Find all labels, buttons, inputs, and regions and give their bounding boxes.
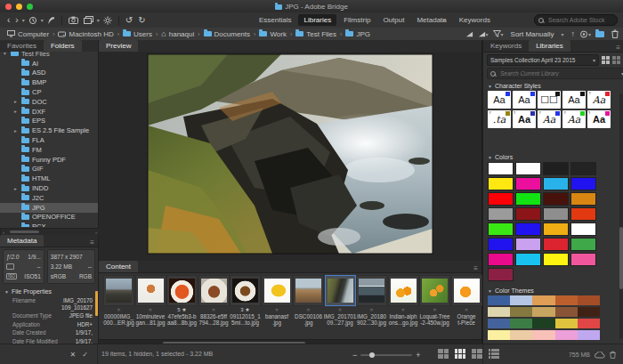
- thumbnail-image-box[interactable]: [230, 275, 261, 306]
- tree-item-es-2-5-file-sample[interactable]: ▸ES 2.5 File Sample: [0, 125, 98, 135]
- thumbnail-rating[interactable]: ★: [148, 306, 152, 313]
- character-style-swatch[interactable]: ¶.ta: [488, 110, 511, 128]
- tree-item-bmp[interactable]: BMP: [0, 77, 98, 87]
- color-swatch[interactable]: [515, 238, 541, 251]
- libraries-menu-icon[interactable]: ≡: [612, 44, 623, 52]
- thumbnail-image-box[interactable]: [293, 275, 324, 306]
- thumbnail-quality-icon[interactable]: [465, 31, 472, 36]
- thumbnail-image-box[interactable]: [135, 275, 166, 306]
- color-swatch[interactable]: [570, 222, 596, 236]
- character-style-swatch[interactable]: ☐☐: [538, 91, 561, 109]
- sort-dropdown[interactable]: Sort Manually▾: [508, 29, 567, 39]
- file-property-value[interactable]: IMG_20170 109_101627: [53, 297, 93, 311]
- disclosure-icon[interactable]: ▸: [14, 99, 20, 104]
- character-style-swatch[interactable]: ¶Aa: [587, 91, 611, 109]
- thumbnail-rating[interactable]: ★: [274, 306, 279, 313]
- color-theme-swatch[interactable]: [488, 330, 600, 340]
- photo-stack-icon[interactable]: [81, 16, 96, 24]
- tree-item-j2c[interactable]: J2C: [0, 193, 98, 203]
- grid-lock-view-icon[interactable]: [438, 349, 449, 359]
- tree-item-funny-pdf[interactable]: Funny PDF: [0, 155, 98, 165]
- thumbnail-rating[interactable]: 5 ★: [177, 306, 186, 313]
- breadcrumb-item-documents[interactable]: Documents›: [204, 30, 256, 38]
- delete-library-icon[interactable]: [610, 351, 616, 359]
- thumbnail-image-box[interactable]: [451, 275, 482, 306]
- tree-item-jpg[interactable]: JPG: [0, 203, 98, 213]
- file-properties-header[interactable]: ▼File Properties: [0, 287, 98, 296]
- color-swatch[interactable]: [488, 192, 514, 206]
- tab-keywords[interactable]: Keywords: [483, 40, 529, 52]
- disclosure-icon[interactable]: ▸: [14, 186, 20, 191]
- character-style-swatch[interactable]: Aa: [513, 91, 536, 109]
- tree-item-openoffice[interactable]: OPENOFFICE: [0, 213, 98, 222]
- tree-item-indd[interactable]: ▸INDD: [0, 183, 98, 193]
- preview-quality-icon[interactable]: [478, 31, 484, 36]
- color-swatch[interactable]: [515, 162, 541, 175]
- grid-view-icon[interactable]: [602, 56, 610, 64]
- color-swatch[interactable]: [515, 192, 541, 206]
- breadcrumb-item-hanaqui[interactable]: ⌂hanaqui›: [161, 30, 199, 38]
- workspace-chevron-icon[interactable]: ▾: [441, 17, 446, 23]
- thumbnail-rating[interactable]: ★: [464, 306, 468, 313]
- tree-item-ai[interactable]: AI: [0, 59, 98, 69]
- thumbnail-item[interactable]: ★Loquat-Tree-2-450w.jpg: [420, 272, 449, 336]
- thumbnail-item[interactable]: ★DSC00106.jpg: [294, 272, 323, 336]
- colors-header[interactable]: ▼Colors: [483, 152, 623, 162]
- tab-content[interactable]: Content: [99, 261, 138, 272]
- color-swatch[interactable]: [515, 207, 541, 221]
- workspace-tab-essentials[interactable]: Essentials: [254, 14, 296, 26]
- workspace-tab-libraries[interactable]: Libraries: [298, 14, 336, 26]
- library-collection-dropdown[interactable]: Samples Collection April 23 2015▾: [487, 54, 599, 66]
- stock-search-input[interactable]: [546, 16, 612, 24]
- tab-preview[interactable]: Preview: [99, 40, 138, 52]
- color-swatch[interactable]: [488, 222, 514, 236]
- rotate-left-icon[interactable]: ↺: [123, 16, 135, 25]
- thumbnail-item[interactable]: ★10minutevegan...81.jpg: [136, 272, 166, 336]
- thumbnail-rating[interactable]: ★: [306, 306, 311, 313]
- thumbnail-rating[interactable]: ★: [400, 306, 405, 313]
- zoom-in-icon[interactable]: +: [416, 351, 420, 360]
- disclosure-icon[interactable]: ▸: [14, 109, 20, 114]
- slider-knob[interactable]: [369, 352, 375, 358]
- thumbnail-view-icon[interactable]: [455, 349, 465, 359]
- filter-button[interactable]: ▾: [493, 30, 504, 37]
- breadcrumb-item-macintosh-hd[interactable]: Macintosh HD›: [58, 30, 119, 38]
- library-search[interactable]: ▾: [487, 68, 623, 79]
- workspace-tab-filmstrip[interactable]: Filmstrip: [338, 14, 376, 26]
- quality-chevron-icon[interactable]: ▾: [486, 31, 489, 37]
- color-swatch[interactable]: [570, 162, 596, 175]
- thumbnail-item[interactable]: ★Oranget-Piece: [452, 272, 481, 336]
- content-menu-icon[interactable]: ≡: [470, 264, 481, 272]
- color-swatch[interactable]: [570, 177, 596, 190]
- tree-item-parent[interactable]: ▾Test Files: [0, 52, 98, 59]
- character-style-swatch[interactable]: ¶Aa: [538, 110, 561, 128]
- color-swatch[interactable]: [488, 268, 514, 281]
- thumbnail-item[interactable]: 3 ★09112015_15mi...to.jpg: [231, 272, 260, 336]
- library-search-input[interactable]: [498, 69, 607, 77]
- color-swatch[interactable]: [570, 192, 596, 206]
- thumbnail-rating[interactable]: 3 ★: [240, 306, 249, 313]
- file-property-value[interactable]: HDR+: [77, 321, 93, 328]
- color-swatch[interactable]: [570, 238, 596, 251]
- breadcrumb-item-work[interactable]: Work›: [259, 30, 292, 38]
- color-themes-header[interactable]: ▼Color Themes: [483, 286, 623, 295]
- color-swatch[interactable]: [543, 177, 569, 190]
- character-style-swatch[interactable]: ¶Aa: [587, 110, 611, 128]
- thumbnail-item[interactable]: ★bananasf.jpg: [263, 272, 292, 336]
- sort-direction-icon[interactable]: ↑: [570, 29, 575, 38]
- workspace-tab-output[interactable]: Output: [377, 14, 409, 26]
- thumbnail-rating[interactable]: ★: [117, 306, 121, 313]
- character-style-swatch[interactable]: ¶Aa: [562, 110, 586, 128]
- color-swatch[interactable]: [543, 162, 569, 175]
- file-property-value[interactable]: JPEG file: [69, 312, 93, 320]
- forward-button[interactable]: ›: [12, 16, 20, 25]
- color-swatch[interactable]: [488, 238, 514, 251]
- color-swatch[interactable]: [515, 253, 541, 266]
- details-view-icon[interactable]: [472, 349, 482, 359]
- color-swatch[interactable]: [488, 207, 514, 221]
- tree-item-asd[interactable]: ASD: [0, 69, 98, 78]
- rotate-right-icon[interactable]: ↻: [135, 16, 148, 25]
- character-styles-header[interactable]: ▼Character Styles: [483, 81, 623, 91]
- thumbnail-item[interactable]: ★88326-e5ff794...28.jpg: [199, 272, 229, 336]
- open-in-camera-raw-icon[interactable]: ▾: [579, 30, 591, 38]
